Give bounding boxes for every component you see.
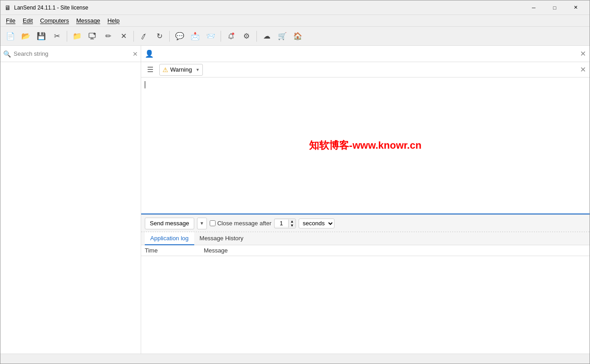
svg-text:!: ! [233,33,233,35]
cloud-btn[interactable]: ☁ [260,29,274,44]
new-file-btn[interactable]: 📄 [3,29,18,44]
col-message: Message [200,245,590,256]
toolbar-sep-4 [221,31,221,42]
toolbar-sep-5 [256,31,257,42]
open-btn[interactable]: 📂 [19,29,33,44]
toolbar-sep-1 [67,31,67,42]
window-title: LanSend 24.11.1 - Site license [14,5,523,11]
spin-up-button[interactable]: ▲ [289,219,295,223]
person-icon: 👤 [145,49,154,58]
delete-btn[interactable]: ✕ [116,29,131,44]
compose-title-input[interactable] [206,66,576,73]
left-panel: 🔍 ✕ [0,46,141,354]
message2-btn[interactable]: 📩 [188,29,202,44]
spin-buttons: ▲ ▼ [288,219,295,228]
title-bar: 🖥 LanSend 24.11.1 - Site license ─ □ ✕ [0,0,590,15]
message-body[interactable]: 知软博客-www.knowr.cn [141,78,590,214]
app-icon: 🖥 [4,4,11,11]
watermark: 知软博客-www.knowr.cn [309,139,421,152]
search-input[interactable] [14,50,130,57]
search-bar: 🔍 ✕ [0,46,141,62]
menu-help[interactable]: Help [104,16,123,25]
compose-menu-icon[interactable]: ☰ [145,64,156,75]
settings-btn[interactable]: ⚙ [239,29,254,44]
refresh-btn[interactable]: ↻ [152,29,167,44]
log-tabs: Application log Message History [141,232,590,245]
right-panel: 👤 ✕ ☰ ⚠ Warning ▼ ✕ [141,46,590,354]
svg-rect-8 [231,39,231,39]
send-bar: Send message ▼ Close message after 1 ▲ ▼ [141,214,590,232]
close-after-text: Close message after [217,220,271,227]
search-icon: 🔍 [3,50,11,58]
close-message-label: Close message after [210,220,271,227]
log-area: Application log Message History Time Mes… [141,232,590,354]
save-btn[interactable]: 💾 [34,29,49,44]
close-after-checkbox[interactable] [210,220,216,226]
menu-file[interactable]: File [2,16,19,25]
seconds-unit-select[interactable]: seconds minutes hours [299,218,334,228]
message3-btn[interactable]: 📨 [203,29,218,44]
right-panel-close-icon[interactable]: ✕ [580,49,586,58]
text-cursor [145,81,145,88]
tab-application-log[interactable]: Application log [145,232,194,245]
send-label: Send message [150,220,189,227]
main-area: 🔍 ✕ 👤 ✕ ☰ ⚠ Warning ▼ [0,46,590,354]
search-clear-icon[interactable]: ✕ [133,50,138,58]
right-top-bar: 👤 ✕ [141,46,590,62]
minimize-button[interactable]: ─ [523,0,544,15]
send-dropdown-icon: ▼ [200,221,204,226]
toolbar-sep-2 [133,31,134,42]
compose-area: ☰ ⚠ Warning ▼ ✕ 知软博客-www.knowr.cn [141,62,590,214]
add-computer-btn[interactable]: 📁 [70,29,84,44]
status-bar [0,354,590,364]
notify-btn[interactable]: ! [224,29,238,44]
menu-edit[interactable]: Edit [19,16,36,25]
compose-close-icon[interactable]: ✕ [580,65,586,74]
message-type-select[interactable]: ⚠ Warning ▼ [159,64,203,76]
seconds-input[interactable]: 1 [275,220,288,227]
add-screen-btn[interactable] [85,29,100,44]
computer-list [0,62,141,354]
log-table: Time Message [141,245,590,354]
col-time: Time [141,245,200,256]
compose-toolbar: ☰ ⚠ Warning ▼ ✕ [141,62,590,78]
scissors-btn[interactable]: ✂ [49,29,64,44]
main-window: 🖥 LanSend 24.11.1 - Site license ─ □ ✕ F… [0,0,590,364]
menu-computers[interactable]: Computers [36,16,73,25]
seconds-spinbox: 1 ▲ ▼ [274,218,296,228]
toolbar: 📄 📂 💾 ✂ 📁 ✏ ✕ ↻ 💬 📩 [0,27,590,46]
warning-icon: ⚠ [162,66,168,73]
toolbar-sep-3 [169,31,170,42]
message1-btn[interactable]: 💬 [172,29,187,44]
menu-message[interactable]: Message [73,16,104,25]
type-dropdown-icon: ▼ [196,68,200,72]
maximize-button[interactable]: □ [544,0,565,15]
close-button[interactable]: ✕ [565,0,586,15]
broom-btn[interactable] [137,29,151,44]
tab-message-history[interactable]: Message History [194,232,249,245]
window-controls: ─ □ ✕ [523,0,586,15]
cart-btn[interactable]: 🛒 [275,29,290,44]
message-type-label: Warning [170,66,192,73]
edit-btn[interactable]: ✏ [101,29,115,44]
home-btn[interactable]: 🏠 [290,29,305,44]
menu-bar: File Edit Computers Message Help [0,15,590,27]
send-message-button[interactable]: Send message [145,218,194,229]
spin-down-button[interactable]: ▼ [289,223,295,228]
send-dropdown-button[interactable]: ▼ [197,218,207,229]
